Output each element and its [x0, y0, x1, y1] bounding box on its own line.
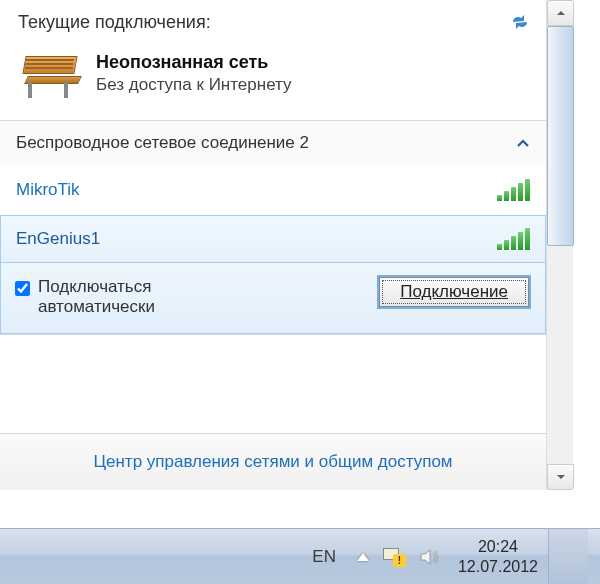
scroll-up-arrow-icon[interactable]	[547, 0, 574, 26]
wifi-name-label: MikroTik	[16, 180, 80, 200]
auto-connect-checkbox[interactable]: Подключаться автоматически	[15, 277, 155, 317]
auto-connect-label: Подключаться автоматически	[38, 277, 155, 317]
language-indicator[interactable]: EN	[312, 547, 336, 567]
connect-controls-row: Подключаться автоматически Подключение	[0, 263, 546, 334]
bench-icon	[22, 52, 82, 98]
network-center-link[interactable]: Центр управления сетями и общим доступом	[0, 433, 546, 490]
wireless-section: Беспроводное сетевое соединение 2 MikroT…	[0, 120, 546, 335]
connection-name: Неопознанная сеть	[96, 52, 292, 73]
connection-status: Без доступа к Интернету	[96, 75, 292, 95]
connection-text: Неопознанная сеть Без доступа к Интернет…	[96, 52, 292, 95]
clock-date: 12.07.2012	[458, 557, 538, 576]
gap	[0, 490, 600, 528]
volume-tray-icon[interactable]	[419, 547, 441, 567]
current-connections-title: Текущие подключения:	[18, 12, 211, 33]
wifi-network-mikrotik[interactable]: MikroTik	[0, 165, 546, 215]
auto-connect-input[interactable]	[15, 281, 30, 296]
clock-time: 20:24	[458, 537, 538, 556]
wireless-adapter-label: Беспроводное сетевое соединение 2	[16, 133, 309, 153]
current-connection-row: Неопознанная сеть Без доступа к Интернет…	[0, 50, 546, 120]
header-section: Текущие подключения:	[0, 8, 546, 50]
flyout-content: Текущие подключения: Неопознанная сеть Б…	[0, 0, 546, 335]
wireless-adapter-header[interactable]: Беспроводное сетевое соединение 2	[0, 121, 546, 165]
scroll-down-arrow-icon[interactable]	[547, 464, 574, 490]
taskbar-clock[interactable]: 20:24 12.07.2012	[458, 537, 538, 575]
show-desktop-button[interactable]	[548, 529, 588, 585]
scrollbar-thumb[interactable]	[547, 26, 574, 246]
taskbar: EN ! 20:24 12.07.2012	[0, 528, 600, 584]
connect-button[interactable]: Подключение	[379, 277, 529, 307]
tray-overflow-icon[interactable]	[357, 553, 369, 561]
network-tray-icon[interactable]: !	[383, 548, 405, 566]
signal-strength-icon	[497, 179, 530, 201]
chevron-up-icon	[516, 135, 530, 151]
signal-strength-icon	[497, 228, 530, 250]
wifi-name-label: EnGenius1	[16, 229, 100, 249]
wifi-network-engenius1[interactable]: EnGenius1	[0, 215, 546, 263]
refresh-icon[interactable]	[510, 14, 530, 34]
network-flyout: Текущие подключения: Неопознанная сеть Б…	[0, 0, 573, 490]
scrollbar[interactable]	[546, 0, 573, 490]
